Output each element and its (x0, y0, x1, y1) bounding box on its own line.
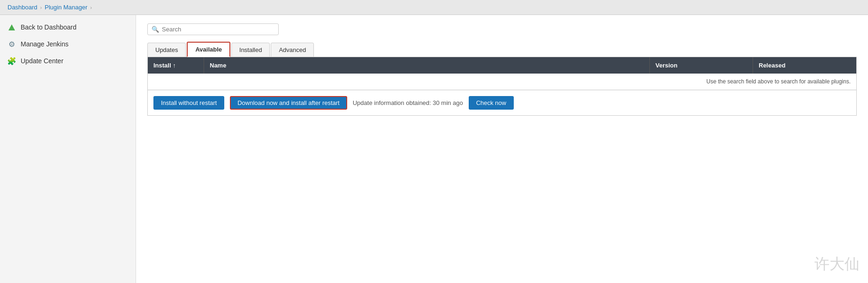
action-row: Install without restart Download now and… (148, 90, 856, 115)
gear-icon: ⚙ (8, 40, 16, 48)
table-info-row: Use the search field above to search for… (148, 74, 856, 90)
sidebar-item-label-back: Back to Dashboard (21, 23, 76, 31)
plugin-table: Install ↑ Name Version Released Use the … (147, 57, 857, 116)
install-without-restart-button[interactable]: Install without restart (153, 96, 224, 110)
breadcrumb-bar: Dashboard › Plugin Manager › (0, 0, 868, 15)
breadcrumb-sep-1: › (40, 5, 42, 10)
search-input[interactable] (162, 26, 274, 33)
tabs-container: Updates Available Installed Advanced (147, 42, 857, 57)
layout: Back to Dashboard ⚙ Manage Jenkins 🧩 Upd… (0, 15, 868, 283)
search-icon: 🔍 (152, 26, 159, 33)
sidebar-item-back-to-dashboard[interactable]: Back to Dashboard (0, 19, 136, 36)
table-info-text: Use the search field above to search for… (706, 78, 851, 85)
download-now-button[interactable]: Download now and install after restart (230, 96, 347, 110)
breadcrumb-dashboard[interactable]: Dashboard (8, 4, 38, 11)
update-info-text: Update information obtained: 30 min ago (353, 99, 463, 106)
breadcrumb-sep-2: › (90, 5, 92, 10)
sidebar-item-manage-jenkins[interactable]: ⚙ Manage Jenkins (0, 36, 136, 52)
search-container: 🔍 (147, 23, 857, 35)
tab-installed[interactable]: Installed (231, 43, 270, 57)
tab-advanced[interactable]: Advanced (271, 43, 314, 57)
col-install: Install ↑ (148, 57, 204, 74)
sidebar-item-label-update: Update Center (21, 57, 63, 65)
puzzle-icon: 🧩 (8, 57, 16, 65)
breadcrumb-plugin-manager[interactable]: Plugin Manager (45, 4, 87, 11)
sidebar-item-label-manage: Manage Jenkins (21, 40, 69, 48)
search-wrapper: 🔍 (147, 23, 279, 35)
table-header: Install ↑ Name Version Released (148, 57, 856, 74)
arrow-up-icon (8, 23, 16, 31)
col-name: Name (204, 57, 650, 74)
col-released: Released (753, 57, 856, 74)
tab-updates[interactable]: Updates (147, 43, 186, 57)
check-now-button[interactable]: Check now (469, 96, 514, 110)
main-content: 🔍 Updates Available Installed Advanced I… (136, 15, 868, 283)
sidebar-item-update-center[interactable]: 🧩 Update Center (0, 52, 136, 69)
sidebar: Back to Dashboard ⚙ Manage Jenkins 🧩 Upd… (0, 15, 136, 283)
col-version: Version (650, 57, 753, 74)
tab-available[interactable]: Available (187, 42, 230, 57)
